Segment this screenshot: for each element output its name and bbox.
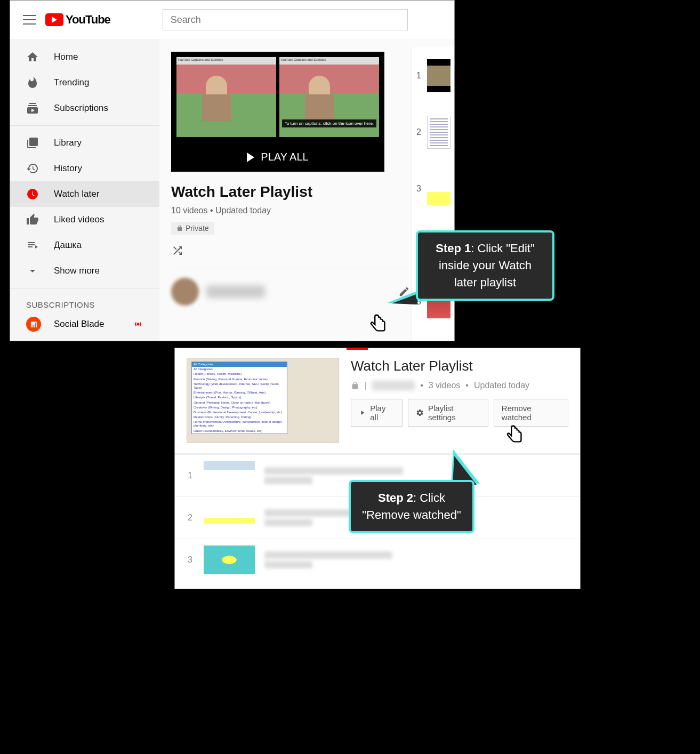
playlist-settings-button[interactable]: Playlist settings [408,399,488,427]
preview-thumb-left: YouTube Captions and Subtitles [176,57,276,137]
callout-step-1: Step 1: Click "Edit" inside your Watch l… [416,230,554,301]
video-thumb [204,461,255,490]
btn-label: Playlist settings [428,404,480,422]
sidebar: Home Trending Subscriptions Library Hist… [10,39,159,341]
watchlater-icon [26,188,39,200]
svg-point-1 [137,323,140,326]
gear-icon [416,408,424,417]
updated-text: Updated today [474,381,529,390]
sidebar-sub-social-blade[interactable]: 📊 Social Blade [10,312,159,336]
history-icon [26,162,39,175]
sidebar-item-subscriptions[interactable]: Subscriptions [10,95,159,121]
header: YouTube [10,1,454,39]
sidebar-label: Subscriptions [54,103,108,114]
play-icon [359,409,366,416]
trending-icon [26,76,39,89]
home-icon [26,51,39,63]
shuffle-icon [171,244,184,257]
video-thumb [204,503,255,532]
btn-label: Play all [370,404,395,422]
queue-item[interactable]: 3 [412,161,454,217]
caption-text: To turn on captions, click on the icon o… [282,119,376,127]
brand-text: YouTube [66,13,110,27]
queue-item[interactable]: 2 [412,104,454,161]
play-all-button[interactable]: Play all [351,399,403,427]
sidebar-item-trending[interactable]: Trending [10,70,159,95]
callout-step-label: Step 2 [378,491,413,504]
liked-icon [26,213,39,226]
owner-name-redacted [372,381,415,390]
queue-item[interactable]: 1 [412,47,454,104]
playlist-meta: 10 videos • Updated today [171,206,442,215]
youtube-play-icon [45,13,63,26]
search-container [163,9,454,30]
preview-thumb-right: YouTube Captions and Subtitles To turn o… [279,57,379,137]
video-title-redacted [264,551,392,559]
sidebar-label: History [54,163,82,174]
thumb-icon [427,116,450,149]
video-channel-redacted [264,561,312,568]
sidebar-item-watch-later[interactable]: Watch later [10,181,159,207]
sidebar-item-home[interactable]: Home [10,44,159,70]
expand-icon [26,264,39,277]
sidebar-item-history[interactable]: History [10,156,159,181]
remove-watched-button[interactable]: Remove watched [494,399,568,427]
playlist-icon [26,239,39,252]
loading-bar [347,348,368,350]
video-thumb [204,546,255,574]
sidebar-label: Home [54,52,78,62]
lock-icon [176,225,183,231]
sidebar-item-show-more[interactable]: Show more [10,258,159,284]
play-all-label: PLAY ALL [261,151,308,163]
video-channel-redacted [264,519,312,526]
thumb-icon [427,59,450,92]
sidebar-subs-header: SUBSCRIPTIONS [10,293,159,312]
btn-label: Remove watched [502,404,560,422]
callout-arrow-icon [387,291,417,304]
search-input[interactable] [163,9,408,30]
sidebar-label: Liked videos [54,214,104,225]
lock-icon [351,381,359,390]
playlist-title: Watch Later Playlist [171,183,442,200]
thumb-icon [427,172,450,205]
youtube-logo[interactable]: YouTube [45,13,110,27]
sidebar-item-library[interactable]: Library [10,130,159,156]
sidebar-item-liked-videos[interactable]: Liked videos [10,207,159,232]
sidebar-item-playlist[interactable]: Дашка [10,232,159,258]
live-icon [133,319,143,330]
playlist-meta-row: | • 3 videos • Updated today [351,381,568,390]
sidebar-label: Show more [54,266,100,276]
sidebar-label: Дашка [54,240,82,251]
playlist-preview: YouTube Captions and Subtitles YouTube C… [171,52,384,172]
sidebar-label: Library [54,138,82,148]
dropdown-content: All CategoriesAll categoriesHealth (Fitn… [191,362,287,434]
privacy-badge[interactable]: Private [171,222,214,235]
shuffle-button[interactable] [171,244,442,257]
sidebar-label: Watch later [54,189,99,199]
playlist-title: Watch Later Playlist [351,358,568,374]
youtube-playlist-edit-screen: All CategoriesAll categoriesHealth (Fitn… [174,348,581,589]
sub-label: Social Blade [54,319,104,330]
owner-name-redacted [206,285,265,298]
video-title-redacted [264,467,403,475]
hamburger-menu-icon[interactable] [23,13,36,26]
play-icon [247,153,254,162]
subscriptions-icon [26,102,39,115]
library-icon [26,137,39,149]
callout-step-label: Step 1 [436,242,471,255]
channel-avatar-icon: 📊 [26,317,41,332]
video-count: 3 videos [429,381,461,390]
privacy-label: Private [186,224,209,232]
playlist-cover-thumb[interactable]: All CategoriesAll categoriesHealth (Fitn… [187,358,339,443]
youtube-watch-later-screen: YouTube Home Trending Subscriptions Libr… [10,0,455,341]
sidebar-label: Trending [54,77,89,88]
video-row[interactable]: 3 [175,539,580,581]
owner-avatar[interactable] [171,278,199,306]
callout-step-2: Step 2: Click "Remove watched" [349,480,474,533]
callout-arrow-icon [451,450,480,484]
play-all-button[interactable]: PLAY ALL [176,142,379,166]
video-channel-redacted [264,477,312,484]
